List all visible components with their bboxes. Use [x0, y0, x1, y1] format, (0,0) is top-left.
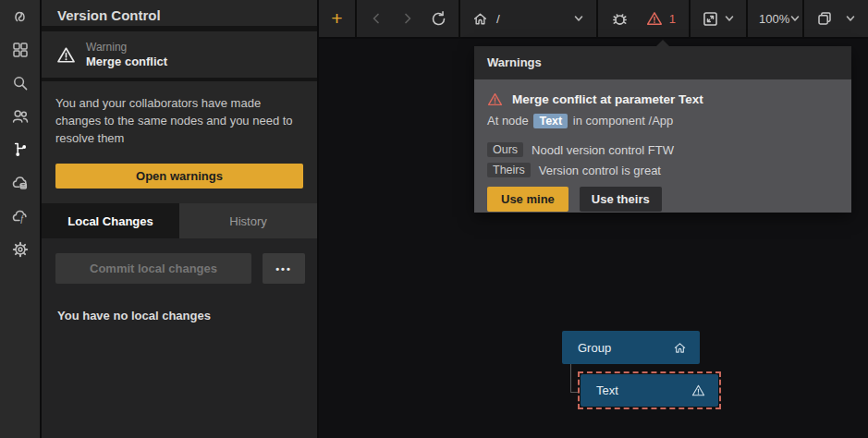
popup-title: Warnings	[474, 46, 851, 79]
toolbar-add-section: +	[319, 0, 357, 37]
panel-body: You and your collaborators have made cha…	[42, 81, 317, 189]
panel-title: Version Control	[42, 0, 317, 31]
warning-title: Merge conflict	[86, 55, 167, 69]
location-prefix: At node	[487, 114, 529, 128]
components-button[interactable]	[10, 42, 31, 62]
cloud-database-icon	[11, 174, 30, 196]
noodl-logo-icon	[11, 7, 30, 30]
warning-item-title: Merge conflict at parameter Text	[512, 92, 703, 106]
zoom-level: 100%	[759, 12, 789, 26]
viewport-frames-icon	[816, 10, 833, 27]
forward-button[interactable]	[399, 0, 416, 37]
svg-text:f: f	[20, 213, 24, 224]
conflict-actions: Use mine Use theirs	[487, 187, 838, 212]
components-grid-icon	[11, 41, 30, 63]
gear-icon	[11, 240, 30, 262]
warning-item-header: Merge conflict at parameter Text	[487, 91, 838, 107]
viewport-dropdown[interactable]	[804, 0, 868, 37]
warning-summary[interactable]: Warning Merge conflict	[42, 31, 317, 81]
component-path: /App	[649, 114, 674, 128]
ours-badge: Ours	[487, 142, 523, 157]
search-icon	[11, 74, 30, 96]
collaborators-icon	[11, 107, 30, 129]
home-icon	[472, 11, 488, 27]
home-icon	[673, 341, 687, 355]
warning-triangle-icon	[487, 91, 503, 107]
ours-value: Noodl version control FTW	[532, 143, 674, 157]
preview-expand-dropdown[interactable]	[691, 0, 748, 37]
preview-toolbar: + / 1 100%	[319, 0, 868, 37]
warning-location: At node Text in component /App	[487, 114, 838, 128]
theirs-badge: Theirs	[487, 163, 531, 177]
expand-icon	[702, 10, 719, 28]
node-group[interactable]: Group	[562, 331, 700, 364]
warning-triangle-icon	[646, 10, 663, 27]
popup-body: Merge conflict at parameter Text At node…	[474, 79, 851, 213]
warning-summary-text: Warning Merge conflict	[86, 41, 167, 69]
git-branch-icon	[11, 140, 30, 163]
popup-notch	[655, 40, 670, 47]
version-control-button[interactable]	[10, 141, 31, 162]
refresh-icon	[430, 10, 447, 28]
theirs-value: Version control is great	[539, 164, 661, 177]
search-button[interactable]	[10, 75, 31, 95]
cloud-data-button[interactable]	[10, 175, 31, 195]
route-dropdown[interactable]: /	[460, 0, 598, 37]
refresh-button[interactable]	[430, 0, 447, 37]
toolbar-nav-section	[357, 0, 460, 37]
tab-history[interactable]: History	[179, 203, 317, 238]
warnings-popup: Warnings Merge conflict at parameter Tex…	[474, 46, 851, 213]
commit-local-changes-button[interactable]: Commit local changes	[55, 253, 251, 284]
no-local-changes-message: You have no local changes	[55, 309, 305, 322]
cloud-function-icon: f	[11, 207, 30, 229]
warning-triangle-icon	[56, 45, 76, 65]
use-mine-button[interactable]: Use mine	[487, 187, 568, 212]
node-label: Text	[596, 383, 618, 397]
ours-row: Ours Noodl version control FTW	[487, 142, 838, 157]
commit-row: Commit local changes •••	[55, 253, 305, 284]
chevron-down-icon	[724, 13, 735, 24]
route-path: /	[496, 12, 500, 26]
merge-conflict-description: You and your collaborators have made cha…	[55, 94, 303, 147]
cloud-functions-button[interactable]: f	[10, 208, 31, 228]
version-control-panel: Version Control Warning Merge conflict Y…	[42, 0, 317, 438]
more-options-button[interactable]: •••	[263, 253, 305, 284]
node-reference-chip[interactable]: Text	[533, 114, 568, 128]
chevron-down-icon	[789, 13, 801, 24]
local-changes-section: Commit local changes ••• You have no loc…	[42, 238, 317, 438]
location-middle: in component	[573, 114, 645, 128]
warning-triangle-icon	[691, 383, 705, 397]
theirs-row: Theirs Version control is great	[487, 163, 838, 177]
zoom-dropdown[interactable]: 100%	[748, 0, 804, 37]
chevron-down-icon	[845, 13, 856, 24]
node-text-selection[interactable]: Text	[578, 371, 721, 409]
chevron-right-icon	[399, 10, 416, 27]
node-label: Group	[578, 341, 611, 355]
warning-count: 1	[669, 12, 676, 26]
toolbar-debug-section: 1	[598, 0, 691, 37]
settings-button[interactable]	[10, 241, 31, 262]
chevron-down-icon	[573, 13, 584, 24]
node-text[interactable]: Text	[581, 374, 718, 407]
activity-bar: f	[0, 0, 40, 438]
node-editor-button[interactable]	[10, 8, 31, 29]
use-theirs-button[interactable]: Use theirs	[580, 187, 662, 212]
tab-local-changes[interactable]: Local Changes	[42, 203, 179, 238]
add-button[interactable]: +	[331, 0, 342, 37]
chevron-left-icon	[368, 10, 385, 27]
collaborators-button[interactable]	[10, 108, 31, 128]
warnings-indicator[interactable]: 1	[646, 0, 676, 37]
debug-button[interactable]	[611, 0, 629, 37]
back-button[interactable]	[368, 0, 385, 37]
warning-label: Warning	[86, 41, 167, 55]
panel-tabs: Local Changes History	[42, 203, 317, 238]
app-window: f Version Control Warning Merge conflict…	[0, 0, 868, 438]
bug-icon	[611, 10, 629, 28]
open-warnings-button[interactable]: Open warnings	[55, 164, 303, 189]
